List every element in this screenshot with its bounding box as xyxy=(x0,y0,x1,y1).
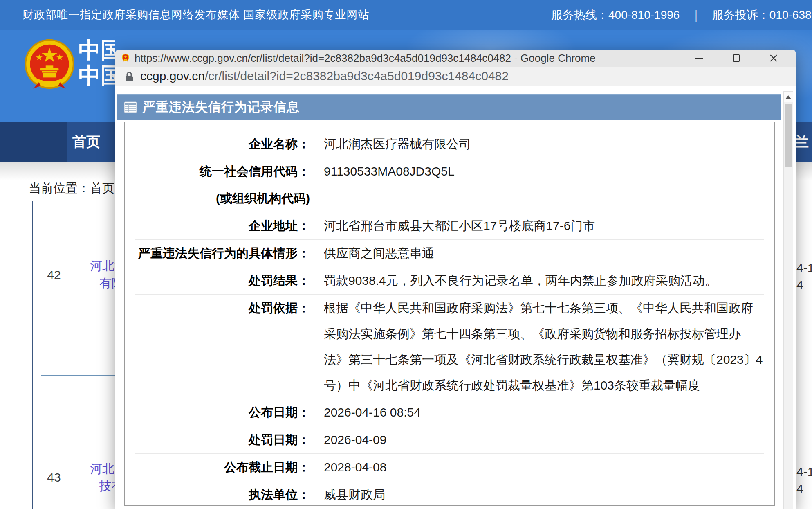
detail-table: 企业名称：河北润杰医疗器械有限公司统一社会信用代码：(或组织机构代码)91130… xyxy=(124,122,775,506)
detail-row-value: 2026-04-09 xyxy=(324,426,386,453)
detail-row-value: 2026-04-16 08:54 xyxy=(324,399,421,426)
scrollbar-up-button[interactable] xyxy=(784,92,793,102)
detail-row-value: 河北润杰医疗器械有限公司 xyxy=(324,131,471,158)
detail-row-label-line: 企业名称： xyxy=(125,131,310,158)
detail-row: 严重违法失信行为的具体情形：供应商之间恶意串通 xyxy=(125,240,774,267)
detail-header-bar: 严重违法失信行为记录信息 xyxy=(117,94,781,120)
nav-item-partial[interactable]: 兰 xyxy=(795,122,809,162)
favicon-emblem-icon xyxy=(121,53,130,63)
detail-row-label-line2: (或组织机构代码) xyxy=(125,185,310,212)
nav-dark-segment xyxy=(0,122,67,162)
window-title: https://www.ccgp.gov.cn/cr/list/detail?i… xyxy=(135,50,596,67)
close-icon xyxy=(770,54,777,62)
detail-row-value: 威县财政局 xyxy=(324,481,385,506)
maximize-button[interactable] xyxy=(718,50,755,67)
table-border-vertical xyxy=(67,201,67,509)
web-content: 严重违法失信行为记录信息 企业名称：河北润杰医疗器械有限公司统一社会信用代码：(… xyxy=(115,86,796,509)
detail-row-value: 河北省邢台市威县大都汇小区17号楼底商17-6门市 xyxy=(324,212,595,239)
table-row-number: 42 xyxy=(43,268,65,282)
nav-item-home[interactable]: 首页 xyxy=(72,122,100,162)
detail-row: 企业名称：河北润杰医疗器械有限公司 xyxy=(125,131,774,158)
detail-row-label: 处罚依据： xyxy=(125,295,310,322)
table-date-fragment: 4-16 xyxy=(796,261,812,275)
detail-row: 公布日期：2026-04-16 08:54 xyxy=(125,399,774,426)
detail-row: 统一社会信用代码：(或组织机构代码)91130533MA08JD3Q5L xyxy=(125,158,774,212)
table-date-fragment: 4 xyxy=(796,278,803,292)
detail-row-label-line: 严重违法失信行为的具体情形： xyxy=(125,240,310,267)
breadcrumb: 当前位置：首页 » xyxy=(29,180,125,197)
detail-row-label: 企业地址： xyxy=(125,212,310,239)
complaint-label: 服务投诉： xyxy=(712,9,769,21)
hotline-label: 服务热线： xyxy=(551,9,608,21)
detail-row-label-line: 处罚结果： xyxy=(125,267,310,294)
detail-row: 处罚结果：罚款9038.4元，列入不良行为记录名单，两年内禁止参加政府采购活动。 xyxy=(125,267,774,294)
detail-row-value: 罚款9038.4元，列入不良行为记录名单，两年内禁止参加政府采购活动。 xyxy=(324,267,717,294)
detail-row-label-line: 企业地址： xyxy=(125,212,310,239)
detail-row-label: 执法单位： xyxy=(125,481,310,506)
table-border-horizontal xyxy=(67,394,115,394)
table-date-fragment: 4-16 xyxy=(796,465,812,479)
detail-row: 处罚依据：根据《中华人民共和国政府采购法》第七十七条第三项、《中华人民共和国政府… xyxy=(125,295,774,399)
detail-page-title: 严重违法失信行为记录信息 xyxy=(143,99,300,116)
url-text: ccgp.gov.cn/cr/list/detail?id=2c8382ba9d… xyxy=(140,67,509,86)
detail-row: 公布截止日期：2028-04-08 xyxy=(125,454,774,481)
separator: ｜ xyxy=(690,9,701,21)
breadcrumb-location-label: 当前位置： xyxy=(29,181,90,195)
detail-row: 企业地址：河北省邢台市威县大都汇小区17号楼底商17-6门市 xyxy=(125,212,774,239)
url-domain: ccgp.gov.cn xyxy=(140,69,205,83)
table-date-fragment: 4 xyxy=(796,482,803,496)
detail-row-label: 企业名称： xyxy=(125,131,310,158)
detail-row-value: 91130533MA08JD3Q5L xyxy=(324,158,455,185)
detail-row-label-line: 统一社会信用代码： xyxy=(125,158,310,185)
minimize-icon xyxy=(695,58,703,59)
detail-row: 处罚日期：2026-04-09 xyxy=(125,426,774,453)
detail-row-label: 处罚日期： xyxy=(125,426,310,453)
address-bar[interactable]: ccgp.gov.cn/cr/list/detail?id=2c8382ba9d… xyxy=(115,67,796,86)
scrollbar[interactable] xyxy=(783,91,793,509)
table-border-horizontal xyxy=(41,375,115,376)
scrollbar-thumb[interactable] xyxy=(785,104,792,167)
url-path: /cr/list/detail?id=2c8382ba9d3c4a5d019d9… xyxy=(205,69,509,83)
table-grid-icon xyxy=(124,101,137,113)
detail-row-label-line: 公布截止日期： xyxy=(125,454,310,481)
hotline-number: 400-810-1996 xyxy=(608,9,680,21)
site-logo-text[interactable]: 中国 中国 xyxy=(79,37,115,88)
detail-row-label-line: 处罚日期： xyxy=(125,426,310,453)
detail-row-label: 严重违法失信行为的具体情形： xyxy=(125,240,310,267)
table-row-number: 43 xyxy=(43,471,65,484)
detail-row-label: 公布日期： xyxy=(125,399,310,426)
detail-row-label: 公布截止日期： xyxy=(125,454,310,481)
chrome-popup-window: https://www.ccgp.gov.cn/cr/list/detail?i… xyxy=(115,50,796,509)
detail-row-label-line: 处罚依据： xyxy=(125,295,310,322)
detail-row-value: 2028-04-08 xyxy=(324,454,386,481)
maximize-icon xyxy=(733,54,740,62)
detail-row-value: 根据《中华人民共和国政府采购法》第七十七条第三项、《中华人民共和国政府采购法实施… xyxy=(324,295,763,399)
lock-icon[interactable] xyxy=(125,72,134,82)
detail-row-value: 供应商之间恶意串通 xyxy=(324,240,434,267)
minimize-button[interactable] xyxy=(680,50,718,67)
site-slogan: 财政部唯一指定政府采购信息网络发布媒体 国家级政府采购专业网站 xyxy=(22,0,370,30)
complaint-number: 010-638 xyxy=(769,9,812,21)
logo-line-1: 中国 xyxy=(79,37,115,63)
scroll-up-arrow-icon xyxy=(785,95,791,99)
table-border-vertical xyxy=(32,201,33,509)
top-info-bar: 财政部唯一指定政府采购信息网络发布媒体 国家级政府采购专业网站 服务热线：400… xyxy=(0,0,812,30)
close-button[interactable] xyxy=(755,50,792,67)
screen: 财政部唯一指定政府采购信息网络发布媒体 国家级政府采购专业网站 服务热线：400… xyxy=(0,0,812,509)
window-title-bar[interactable]: https://www.ccgp.gov.cn/cr/list/detail?i… xyxy=(115,50,796,67)
detail-row: 执法单位：威县财政局 xyxy=(125,481,774,506)
detail-row-label-line: 公布日期： xyxy=(125,399,310,426)
logo-line-2: 中国 xyxy=(79,63,115,88)
national-emblem-logo[interactable] xyxy=(22,38,76,92)
detail-row-label: 处罚结果： xyxy=(125,267,310,294)
detail-row-label-line: 执法单位： xyxy=(125,481,310,506)
service-contacts: 服务热线：400-810-1996｜服务投诉：010-638 xyxy=(551,0,812,30)
detail-row-label: 统一社会信用代码：(或组织机构代码) xyxy=(125,158,310,212)
table-border-vertical xyxy=(41,201,41,509)
window-controls xyxy=(680,50,792,67)
